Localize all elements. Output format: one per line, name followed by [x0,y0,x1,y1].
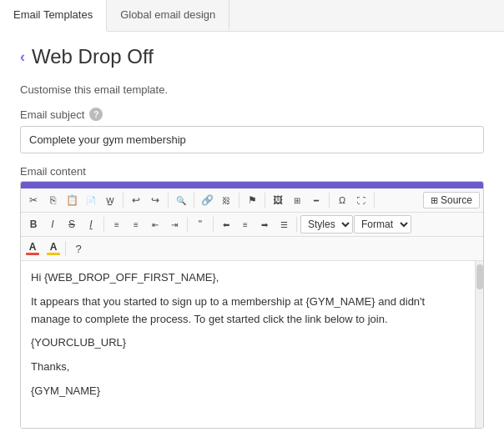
special-chars-button[interactable]: Ω [333,191,351,209]
subject-label: Email subject ? [20,108,484,121]
increase-indent-button[interactable]: ⇥ [165,215,184,234]
toolbar-row-3: A A ? [21,237,483,261]
highlight-color-bar [47,253,60,255]
page-title: Web Drop Off [32,45,154,68]
editor-line-1: Hi {WEB_DROP_OFF_FIRST_NAME}, [31,269,465,287]
email-subject-input[interactable] [20,126,484,153]
font-color-bar [26,253,39,255]
toolbar-row-2: B I S I ≡ ≡ ⇤ ⇥ " ⬅ ≡ ➡ [21,213,483,237]
justify-button[interactable]: ☰ [275,215,293,234]
undo-button[interactable]: ↩ [127,191,145,209]
italic-button[interactable]: I [43,215,62,234]
anchor-button[interactable]: ⚑ [243,191,261,209]
description: Customise this email template. [20,83,484,96]
sep4 [239,193,239,208]
table-button[interactable]: ⊞ [288,191,306,209]
source-icon: ⊞ [431,195,438,206]
help-button[interactable]: ? [69,239,88,258]
image-button[interactable]: 🖼 [269,191,287,209]
main-content: ‹ Web Drop Off Customise this email temp… [0,32,504,432]
hr-button[interactable]: ━ [307,191,325,209]
editor-line-4: Thanks, [31,359,465,376]
editor-body[interactable]: Hi {WEB_DROP_OFF_FIRST_NAME}, It appears… [21,261,475,428]
sep5 [265,193,265,208]
cut-button[interactable]: ✂ [24,191,43,209]
tab-global-email-design[interactable]: Global email design [107,0,229,31]
scrollbar-track[interactable] [475,261,483,428]
decrease-indent-button[interactable]: ⇤ [146,215,164,234]
editor-wrapper: Hi {WEB_DROP_OFF_FIRST_NAME}, It appears… [21,261,483,428]
editor-line-5: {GYM_NAME} [31,383,465,400]
tab-bar: Email Templates Global email design [0,0,504,32]
bold-button[interactable]: B [24,215,43,234]
align-right-button[interactable]: ➡ [255,215,274,234]
tab-email-templates[interactable]: Email Templates [0,0,107,32]
scrollbar-thumb[interactable] [476,264,483,289]
link-button[interactable]: 🔗 [198,191,216,209]
editor-top-bar [21,182,483,188]
unordered-list-button[interactable]: ≡ [127,215,145,234]
sep1 [123,193,123,208]
copy-button[interactable]: ⎘ [43,191,62,209]
styles-dropdown[interactable]: Styles [300,215,353,234]
sep11 [296,217,297,232]
paste-word-button[interactable]: W̲ [101,191,119,209]
subscript-button[interactable]: I [82,215,100,234]
back-button[interactable]: ‹ [20,48,25,66]
strikethrough-button[interactable]: S [63,215,81,234]
blockquote-button[interactable]: " [191,215,209,234]
sep8 [103,217,104,232]
find-button[interactable]: 🔍 [172,191,190,209]
editor-line-3: {YOURCLUB_URL} [31,334,465,352]
sep10 [213,217,214,232]
sep9 [187,217,188,232]
align-left-button[interactable]: ⬅ [217,215,235,234]
sep6 [329,193,330,208]
redo-button[interactable]: ↪ [146,191,164,209]
page-title-row: ‹ Web Drop Off [20,45,484,68]
source-button[interactable]: ⊞ Source [423,192,480,208]
sep2 [168,193,169,208]
editor-line-2: It appears that you started to sign up t… [31,294,465,329]
sep3 [194,193,194,208]
paste-text-button[interactable]: 📄 [82,191,100,209]
highlight-color-button[interactable]: A [45,242,62,255]
format-dropdown[interactable]: Format [354,215,411,234]
sep12 [65,241,66,256]
font-color-button[interactable]: A [24,242,41,255]
maximize-button[interactable]: ⛶ [352,191,370,209]
help-icon[interactable]: ? [89,108,103,121]
ordered-list-button[interactable]: ≡ [108,215,126,234]
unlink-button[interactable]: ⛓ [217,191,235,209]
sep7 [374,193,375,208]
content-label: Email content [20,165,484,178]
toolbar-row-1: ✂ ⎘ 📋 📄 W̲ ↩ ↪ 🔍 🔗 ⛓ ⚑ [21,188,483,213]
paste-button[interactable]: 📋 [63,191,81,209]
editor-container: ✂ ⎘ 📋 📄 W̲ ↩ ↪ 🔍 🔗 ⛓ ⚑ [20,181,484,429]
align-center-button[interactable]: ≡ [236,215,255,234]
